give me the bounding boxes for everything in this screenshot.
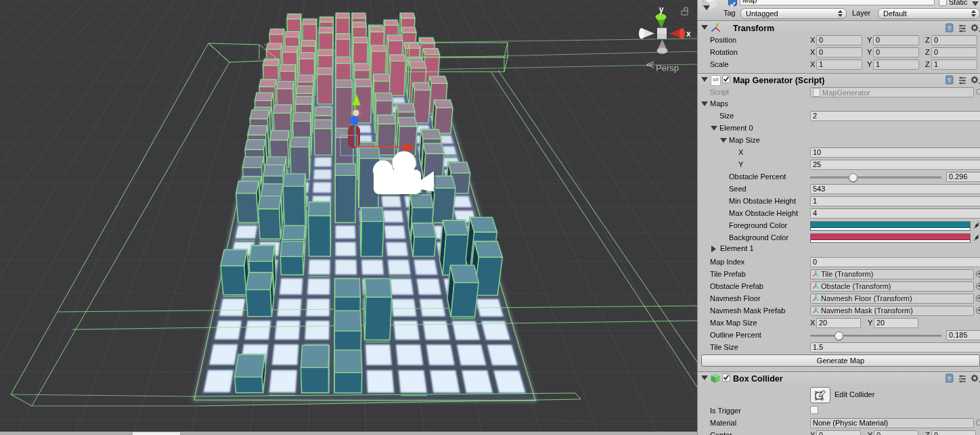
svg-text:?: ? xyxy=(948,25,951,32)
svg-text:Persp: Persp xyxy=(656,63,679,73)
svg-text:y: y xyxy=(659,5,664,14)
svg-text:x: x xyxy=(686,29,691,39)
svg-text:?: ? xyxy=(948,77,951,84)
svg-text:?: ? xyxy=(948,375,951,382)
